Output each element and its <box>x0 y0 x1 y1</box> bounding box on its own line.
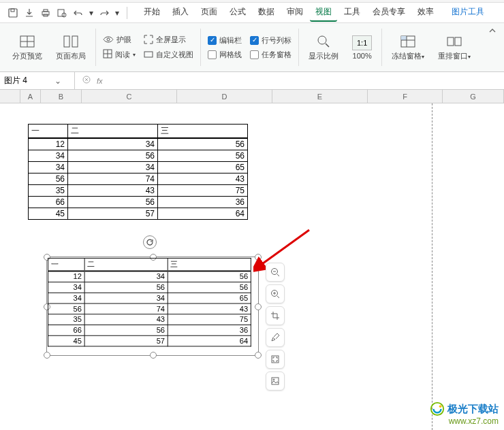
menu-picture-tools[interactable]: 图片工具 <box>446 3 490 22</box>
arrange-windows-button[interactable]: 重排窗口▾ <box>435 31 473 64</box>
table-cell: 34 <box>84 271 168 282</box>
ribbon-collapse-icon[interactable] <box>488 26 499 37</box>
table-header: 一 <box>48 258 84 271</box>
menu-page[interactable]: 页面 <box>195 3 223 22</box>
table-cell: 64 <box>168 335 251 346</box>
fullscreen-button[interactable]: 全屏显示 <box>144 35 193 46</box>
undo-icon[interactable] <box>71 5 86 20</box>
undo-dropdown-icon[interactable]: ▾ <box>87 5 95 20</box>
svg-line-35 <box>277 296 279 298</box>
fullscreen-icon <box>144 35 153 46</box>
table-cell: 56 <box>158 138 248 150</box>
svg-rect-3 <box>44 10 48 12</box>
select-all-corner[interactable] <box>0 90 20 103</box>
resize-handle-sw[interactable] <box>44 352 50 359</box>
menu-review[interactable]: 审阅 <box>281 3 309 22</box>
column-header-A[interactable]: A <box>20 90 41 103</box>
custom-view-button[interactable]: 自定义视图 <box>144 50 193 61</box>
menu-tools[interactable]: 工具 <box>338 3 366 22</box>
ribbon-view: 分页预览 页面布局 护眼 阅读▾ 全屏显示 自定义视图 编辑栏 网格线 行号列标… <box>0 23 504 72</box>
table-cell: 36 <box>168 325 251 336</box>
name-box-dropdown-icon[interactable]: ⌄ <box>52 76 64 86</box>
table-row: 665636 <box>48 325 251 336</box>
table-row: 354375 <box>29 185 248 197</box>
table-header: 二 <box>84 258 168 271</box>
redo-dropdown-icon[interactable]: ▾ <box>113 5 121 20</box>
watermark-logo-icon <box>430 401 445 416</box>
table-cell: 12 <box>48 271 84 282</box>
eye-protect-toggle[interactable]: 护眼 <box>103 35 136 45</box>
headers-checkbox[interactable]: 行号列标 <box>250 35 292 46</box>
formula-input[interactable] <box>108 76 497 86</box>
column-header-C[interactable]: C <box>82 90 177 103</box>
table-cell: 34 <box>48 282 84 293</box>
cancel-formula-icon[interactable] <box>82 75 91 86</box>
chevron-down-icon: ▾ <box>468 54 471 60</box>
zoom-button[interactable]: 显示比例 <box>306 31 341 64</box>
name-box[interactable]: ⌄ <box>0 72 75 89</box>
menu-start[interactable]: 开始 <box>138 3 166 22</box>
zoom-100-button[interactable]: 1:1 100% <box>349 33 375 63</box>
worksheet-area[interactable]: 一二三1234563456563434655674433543756656364… <box>0 103 504 430</box>
redo-icon[interactable] <box>97 5 112 20</box>
table-cell: 75 <box>158 185 248 197</box>
top-bar: ▾ ▾ 开始 插入 页面 公式 数据 审阅 视图 工具 会员专享 效率 图片工具 <box>0 3 504 23</box>
fit-button[interactable] <box>266 350 285 369</box>
formula-bar-checkbox[interactable]: 编辑栏 <box>208 35 242 46</box>
fx-icon[interactable]: fx <box>97 77 103 85</box>
menu-view[interactable]: 视图 <box>310 3 337 22</box>
resize-handle-se[interactable] <box>255 352 262 359</box>
table-header: 三 <box>168 258 251 271</box>
column-header-B[interactable]: B <box>41 90 82 103</box>
save-icon[interactable] <box>5 5 20 20</box>
menu-member[interactable]: 会员专享 <box>367 3 411 22</box>
task-pane-checkbox[interactable]: 任务窗格 <box>250 50 292 60</box>
svg-rect-0 <box>9 9 17 17</box>
page-layout-button[interactable]: 页面布局 <box>53 31 89 64</box>
column-header-F[interactable]: F <box>368 90 443 103</box>
edit-button[interactable] <box>266 328 285 347</box>
svg-rect-11 <box>72 36 78 47</box>
column-header-D[interactable]: D <box>177 90 272 103</box>
column-header-G[interactable]: G <box>443 90 504 103</box>
table-row: 345656 <box>48 282 251 293</box>
checkbox-checked-icon <box>208 36 217 45</box>
table-cell: 45 <box>48 335 84 346</box>
svg-rect-23 <box>447 37 454 46</box>
table-cell: 65 <box>168 293 251 303</box>
table-cell: 56 <box>168 271 251 282</box>
chevron-down-icon: ▾ <box>133 52 136 58</box>
resize-handle-e[interactable] <box>255 303 262 310</box>
zoom-out-button[interactable] <box>266 263 285 282</box>
table-cell: 35 <box>29 185 68 197</box>
watermark: 极光下载站 www.xz7.com <box>430 401 499 426</box>
rotate-handle[interactable] <box>143 235 157 249</box>
column-header-E[interactable]: E <box>272 90 368 103</box>
crop-button[interactable] <box>266 306 285 325</box>
menu-formula[interactable]: 公式 <box>224 3 251 22</box>
table-cell: 64 <box>158 208 248 220</box>
reading-icon <box>103 49 112 60</box>
zoom-100-icon: 1:1 <box>352 35 372 50</box>
freeze-panes-button[interactable]: 冻结窗格▾ <box>389 31 427 64</box>
resize-handle-s[interactable] <box>150 352 157 359</box>
image-floating-toolbar <box>266 263 285 391</box>
custom-view-icon <box>144 50 153 61</box>
export-icon[interactable] <box>22 5 37 20</box>
data-table-image[interactable]: 一二三1234563456563434655674433543756656364… <box>48 258 251 346</box>
name-box-input[interactable] <box>4 76 52 86</box>
menu-insert[interactable]: 插入 <box>167 3 194 22</box>
replace-image-button[interactable] <box>266 371 285 391</box>
print-preview-icon[interactable] <box>54 5 69 20</box>
zoom-in-button[interactable] <box>266 284 285 303</box>
svg-rect-16 <box>144 52 153 57</box>
menu-data[interactable]: 数据 <box>253 3 280 22</box>
print-icon[interactable] <box>38 5 53 20</box>
menu-efficiency[interactable]: 效率 <box>412 3 439 22</box>
gridlines-checkbox[interactable]: 网格线 <box>208 50 242 60</box>
reading-mode-button[interactable]: 阅读▾ <box>103 49 136 60</box>
page-preview-button[interactable]: 分页预览 <box>10 31 45 64</box>
arrange-icon <box>446 33 462 50</box>
table-header: 三 <box>158 125 248 139</box>
table-cell: 36 <box>158 197 248 208</box>
